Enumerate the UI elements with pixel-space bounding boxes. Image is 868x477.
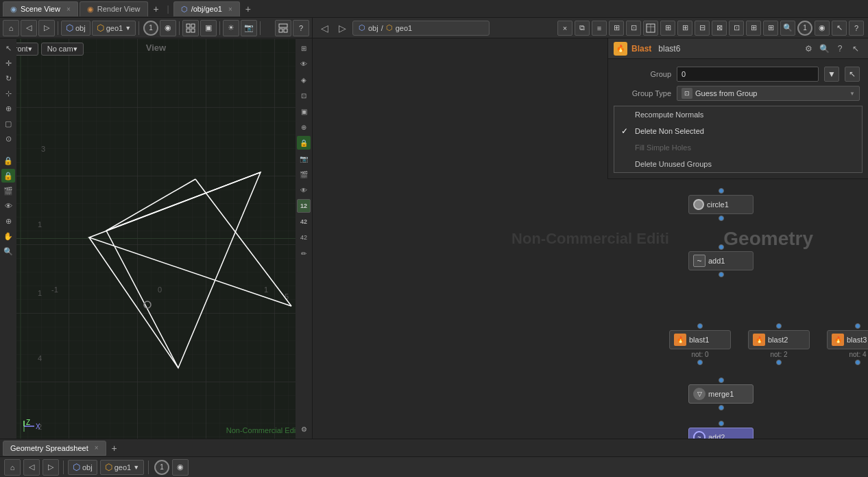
toolbar-cam-btn[interactable]: 📷 xyxy=(241,20,257,36)
side-shade-btn[interactable]: ◈ xyxy=(297,73,311,86)
side-paint-btn[interactable]: ✏ xyxy=(297,246,311,260)
bottom-persp-btn[interactable]: ◉ xyxy=(172,459,189,476)
geo-tool-arrow[interactable]: ↖ xyxy=(832,21,847,36)
geo-tool-grid1[interactable]: ⊞ xyxy=(609,21,624,36)
node-blast1[interactable]: 🔥 blast1 not: 0 xyxy=(669,323,731,365)
side-snap-btn[interactable]: ⊞ xyxy=(297,41,311,55)
node-blast3[interactable]: 🔥 blast3 not: 4 xyxy=(827,323,868,365)
side-cam2-btn[interactable]: 📷 xyxy=(297,152,311,165)
blast-search-btn[interactable]: 🔍 xyxy=(817,42,831,56)
geo-tool-export[interactable]: ⊞ xyxy=(660,21,675,36)
toolbar-help-btn[interactable]: ? xyxy=(293,20,309,36)
bottom-obj-dropdown[interactable]: ⬡ obj xyxy=(68,460,97,475)
geo-tool-circle[interactable]: ◉ xyxy=(815,21,830,36)
geo-tool-nav[interactable]: ⊡ xyxy=(729,21,744,36)
node-blast1-box[interactable]: 🔥 blast1 xyxy=(669,330,731,349)
toolbar-square-btn[interactable]: ▣ xyxy=(200,20,217,36)
toolbar-persp-btn[interactable]: ◉ xyxy=(160,20,176,36)
bottom-tab-add[interactable]: + xyxy=(108,441,121,455)
lt-handle-btn[interactable]: ⊕ xyxy=(1,102,15,115)
side-lock-btn[interactable]: 🔒 xyxy=(297,136,311,150)
side-render2-btn[interactable]: 🎬 xyxy=(297,167,311,181)
toolbar-back-btn[interactable]: ◁ xyxy=(21,20,37,36)
toolbar-forward-btn[interactable]: ▷ xyxy=(38,20,55,36)
tab-geo1-path[interactable]: ⬡ /obj/geo1 × xyxy=(173,1,240,16)
tab-scene-view-close[interactable]: × xyxy=(67,5,71,13)
side-11-btn[interactable]: 12 xyxy=(297,199,311,213)
menu-recompute-normals[interactable]: Recompute Normals xyxy=(614,106,862,123)
side-overlay-btn[interactable]: ⊕ xyxy=(297,120,311,134)
geo-spreadsheet-close[interactable]: × xyxy=(95,444,99,452)
menu-delete-non-selected[interactable]: ✓ Delete Non Selected xyxy=(614,123,862,139)
side-bg-btn[interactable]: ▣ xyxy=(297,104,311,118)
geo-tool-list[interactable]: ≡ xyxy=(592,21,607,36)
node-add1[interactable]: ~ add1 xyxy=(688,244,754,277)
group-dropdown-btn[interactable]: ▼ xyxy=(824,67,839,82)
geo-path-bar[interactable]: ⬡ obj / ⬡ geo1 xyxy=(352,21,490,36)
lt-render-btn[interactable]: 🎬 xyxy=(1,184,15,198)
lt-snap-btn[interactable]: 🔒 xyxy=(1,154,15,167)
toolbar-obj-dropdown[interactable]: ⬡ obj xyxy=(61,21,91,36)
group-arrow-btn[interactable]: ↖ xyxy=(845,67,860,82)
geo-tool-grid2[interactable]: ⊡ xyxy=(626,21,641,36)
geo-tool-question[interactable]: ? xyxy=(849,21,864,36)
geo-tool-close[interactable]: × xyxy=(557,21,572,36)
node-merge1-box[interactable]: ▽ merge1 xyxy=(688,384,754,404)
node-add1-box[interactable]: ~ add1 xyxy=(688,251,754,270)
bottom-back-btn[interactable]: ◁ xyxy=(23,459,40,476)
tab-path-close[interactable]: × xyxy=(228,5,232,13)
geo-forward-btn[interactable]: ▷ xyxy=(335,21,350,36)
side-13-btn[interactable]: 42 xyxy=(297,231,311,244)
side-settings-btn[interactable]: ⚙ xyxy=(297,422,311,436)
geo-back-btn[interactable]: ◁ xyxy=(317,21,332,36)
geo-tool-nav3[interactable]: ⊞ xyxy=(763,21,778,36)
tab-path-add-button[interactable]: + xyxy=(241,2,255,16)
bottom-forward-btn[interactable]: ▷ xyxy=(43,459,59,476)
geo-circle-btn[interactable]: 1 xyxy=(797,21,812,36)
lt-select-btn[interactable]: ↖ xyxy=(1,41,15,55)
menu-delete-unused-groups[interactable]: Delete Unused Groups xyxy=(614,156,862,172)
tab-scene-view[interactable]: ◉ Scene View × xyxy=(3,1,78,16)
lt-lock-btn[interactable]: 🔒 xyxy=(1,169,15,183)
side-wire-btn[interactable]: ⊡ xyxy=(297,89,311,102)
side-vis-btn[interactable]: 👁 xyxy=(297,57,311,71)
bottom-geo1-dropdown[interactable]: ⬡ geo1 ▼ xyxy=(100,460,144,475)
node-blast2-box[interactable]: 🔥 blast2 xyxy=(748,330,810,349)
lt-eye-btn[interactable]: 👁 xyxy=(1,199,15,213)
lt-scale-btn[interactable]: ⊹ xyxy=(1,86,15,100)
blast-help-btn[interactable]: ? xyxy=(833,42,847,56)
geo-tool-bookmark[interactable]: ⊠ xyxy=(712,21,727,36)
toolbar-light-btn[interactable]: ☀ xyxy=(223,20,239,36)
blast-arrow-btn[interactable]: ↖ xyxy=(849,42,863,56)
node-blast3-box[interactable]: 🔥 blast3 xyxy=(827,330,868,349)
geo-tool-table[interactable] xyxy=(643,21,658,36)
geo-tool-nav2[interactable]: ⊞ xyxy=(746,21,761,36)
node-merge1[interactable]: ▽ merge1 xyxy=(688,377,754,410)
blast-gear-btn[interactable]: ⚙ xyxy=(801,42,815,56)
geo-tool-pin[interactable]: ⊟ xyxy=(695,21,710,36)
node-circle1[interactable]: circle1 xyxy=(688,188,754,221)
view-cam-btn[interactable]: No cam▾ xyxy=(41,43,84,56)
tab-add-button[interactable]: + xyxy=(149,2,163,16)
lt-zoom-btn[interactable]: 🔍 xyxy=(1,244,15,258)
geo-tool-search[interactable]: 🔍 xyxy=(780,21,795,36)
geo-tool-import[interactable]: ⊞ xyxy=(677,21,692,36)
bottom-home-btn[interactable]: ⌂ xyxy=(4,459,21,476)
node-add2[interactable]: ~ add2 xyxy=(688,421,754,439)
toolbar-layout-btn[interactable] xyxy=(275,20,291,36)
group-type-dropdown[interactable]: ⊡ Guess from Group ▼ xyxy=(677,86,860,101)
bottom-circle-btn[interactable]: 1 xyxy=(154,460,169,475)
side-eye2-btn[interactable]: 👁 xyxy=(297,183,311,197)
toolbar-geo1-dropdown[interactable]: ⬡ geo1 ▼ xyxy=(92,21,136,36)
node-add2-box[interactable]: ~ add2 xyxy=(688,428,754,439)
lt-move-btn[interactable]: ✛ xyxy=(1,56,15,70)
toolbar-grid-btn[interactable] xyxy=(182,20,199,36)
lt-pan-btn[interactable]: ✋ xyxy=(1,229,15,243)
lt-sel-box-btn[interactable]: ▢ xyxy=(1,117,15,130)
side-12-btn[interactable]: 42 xyxy=(297,215,311,229)
group-value[interactable]: 0 xyxy=(677,67,819,82)
lt-rotate-btn[interactable]: ↻ xyxy=(1,71,15,85)
node-circle1-box[interactable]: circle1 xyxy=(688,195,754,214)
lt-lasso-btn[interactable]: ⊙ xyxy=(1,132,15,146)
node-blast2[interactable]: 🔥 blast2 not: 2 xyxy=(748,323,810,365)
